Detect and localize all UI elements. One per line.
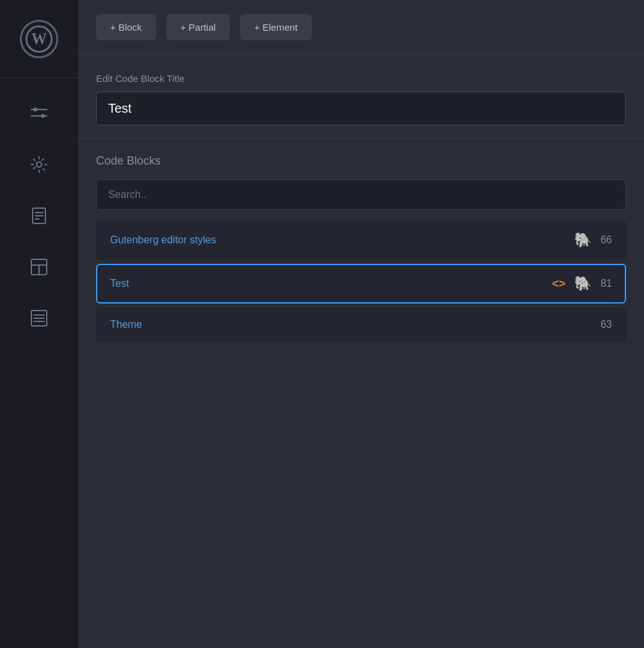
sidebar-icon-list <box>0 78 78 353</box>
block-item-left: Gutenberg editor styles <box>110 234 216 246</box>
block-item-right: 63 <box>600 319 612 330</box>
block-item-test[interactable]: Test <> 🐘 81 <box>96 264 626 304</box>
block-item-theme[interactable]: Theme 63 <box>96 307 626 342</box>
code-brackets-icon: <> <box>552 277 565 291</box>
edit-title-label: Edit Code Block Title <box>96 73 626 84</box>
block-item-count: 63 <box>600 319 612 330</box>
sidebar-item-sliders[interactable] <box>0 91 78 136</box>
block-item-left: Theme <box>110 319 142 330</box>
wordpress-logo-icon: W <box>20 20 58 58</box>
block-list: Gutenberg editor styles 🐘 66 Test <> 🐘 8… <box>96 220 626 342</box>
svg-point-5 <box>41 114 45 118</box>
search-input[interactable] <box>96 179 626 210</box>
block-item-left: Test <box>110 278 129 289</box>
toolbar: + Block + Partial + Element <box>78 0 644 55</box>
sidebar-item-layout[interactable] <box>0 245 78 289</box>
sidebar: W <box>0 0 78 648</box>
code-blocks-title: Code Blocks <box>96 154 626 168</box>
elephant-icon: 🐘 <box>574 232 592 248</box>
add-element-button[interactable]: + Element <box>240 14 312 40</box>
sidebar-item-settings[interactable] <box>0 142 78 187</box>
svg-point-6 <box>36 162 42 167</box>
block-item-gutenberg[interactable]: Gutenberg editor styles 🐘 66 <box>96 220 626 260</box>
edit-panel: Edit Code Block Title <box>78 55 644 139</box>
sidebar-item-document[interactable] <box>0 193 78 238</box>
svg-text:W: W <box>31 30 47 47</box>
block-item-right: 🐘 66 <box>574 232 612 248</box>
block-item-name: Theme <box>110 319 142 330</box>
add-partial-button[interactable]: + Partial <box>166 14 230 40</box>
block-item-name: Gutenberg editor styles <box>110 234 216 246</box>
elephant-icon: 🐘 <box>574 275 592 292</box>
main-content: + Block + Partial + Element Edit Code Bl… <box>78 0 644 648</box>
block-item-name: Test <box>110 278 129 289</box>
block-title-input[interactable] <box>96 92 626 126</box>
sidebar-item-list[interactable] <box>0 296 78 341</box>
code-blocks-section: Code Blocks Gutenberg editor styles 🐘 66… <box>78 139 644 648</box>
block-item-right: <> 🐘 81 <box>552 275 612 292</box>
svg-point-4 <box>33 108 37 111</box>
wp-logo[interactable]: W <box>0 0 78 78</box>
block-item-count: 81 <box>600 278 612 289</box>
block-item-count: 66 <box>600 234 612 246</box>
add-block-button[interactable]: + Block <box>96 14 156 40</box>
